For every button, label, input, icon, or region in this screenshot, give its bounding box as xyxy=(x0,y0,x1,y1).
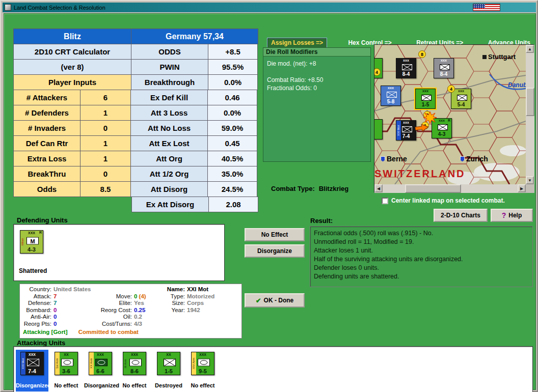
unit-strength: 7-4 xyxy=(21,368,43,374)
map-city: Stuttgart xyxy=(482,53,516,61)
unit-strength: 3-6 xyxy=(55,368,77,374)
scroll-left-icon[interactable]: ◀ xyxy=(374,184,383,192)
city-shield-icon xyxy=(460,156,465,162)
map-unit-counter[interactable]: XXI Mot XXX 7-4 xyxy=(396,120,416,141)
map-unit-counter[interactable]: XXX 5-4 xyxy=(451,89,471,109)
tab-assign-losses[interactable]: Assign Losses => xyxy=(267,38,327,48)
result-line: Unmodified roll = 11, Modified = 19. xyxy=(314,238,529,246)
crt-left-label: Def Can Rtr xyxy=(13,135,80,151)
crt-input-odds[interactable]: 8.5 xyxy=(80,181,131,197)
crt-left-label: # Defenders xyxy=(13,105,80,121)
crt-input-extra-loss[interactable]: 1 xyxy=(80,151,131,166)
explosion-icon xyxy=(423,111,437,124)
unit-side-status: Attacking [Gort] xyxy=(23,329,68,335)
center-map-checkbox[interactable] xyxy=(382,198,388,204)
main-content: Blitz Germany 57,34 2D10 CRT Calculator … xyxy=(4,13,536,390)
hex-badge: 8 xyxy=(418,50,426,58)
attacking-unit[interactable]: XXI Mot XXX 7-4 Disorganized xyxy=(16,350,48,391)
crt-left-label: (ver 8) xyxy=(13,59,131,75)
crt-right-value: 35.0% xyxy=(207,166,257,182)
crt-input-invaders[interactable]: 0 xyxy=(80,120,131,136)
scroll-up-icon[interactable]: ▲ xyxy=(526,45,534,53)
window-title: Land Combat Selection & Resolution xyxy=(14,5,105,11)
scrollbar-corner xyxy=(526,184,534,193)
horizontal-scroll-thumb[interactable] xyxy=(405,184,461,193)
disorganize-button[interactable]: Disorganize xyxy=(245,244,305,258)
scroll-right-icon[interactable]: ▶ xyxy=(518,184,526,192)
map-unit-counter[interactable]: XXX 1-5 xyxy=(415,89,436,109)
map-horizontal-scrollbar[interactable]: ◀ ▶ xyxy=(374,184,526,193)
die-roll-modifiers-title: Die Roll Modifiers xyxy=(263,48,370,57)
result-panel: Fractional odds (.500) roll was (.915) -… xyxy=(310,226,533,287)
crt-right-value: +8.5 xyxy=(208,44,258,60)
map-city: Zurich xyxy=(460,155,488,163)
unit-size: XX xyxy=(55,353,77,357)
crt-left-label: # Invaders xyxy=(13,120,80,136)
result-line: Attacker loses 1 unit. xyxy=(314,246,529,255)
ok-done-button[interactable]: ✔ OK - Done xyxy=(245,293,305,307)
unit-flag: R xyxy=(39,231,42,234)
defending-unit-status: Shattered xyxy=(19,267,47,274)
crt-left-label: Player Inputs xyxy=(13,74,131,90)
map-unit-counter[interactable]: XXX 8-4 xyxy=(396,58,416,78)
unit-status: No effect xyxy=(186,382,219,388)
armor-symbol-icon xyxy=(129,358,142,366)
no-effect-button[interactable]: No Effect xyxy=(245,228,305,241)
attacking-unit[interactable]: XIV Arm XXX 9-5 No effect xyxy=(186,350,219,391)
attacking-unit[interactable]: XX 1-5 Destroyed xyxy=(152,350,185,391)
crt-left-label: Extra Loss xyxy=(13,151,80,166)
charts-button[interactable]: 2-D-10 Charts xyxy=(434,209,488,222)
region-label: SWITZERLAND xyxy=(374,168,466,180)
title-bar[interactable]: Land Combat Selection & Resolution xyxy=(3,3,536,12)
vertical-scroll-thumb[interactable] xyxy=(526,88,534,116)
die-mod-line: Fractional Odds: 0 xyxy=(267,84,367,92)
unit-commit-status: Committed to combat xyxy=(78,329,139,335)
map-view[interactable]: Stuttgart Berne Zurich Danub SWITZERLAND… xyxy=(374,45,526,184)
crt-input-breakthru[interactable]: 0 xyxy=(80,166,131,182)
center-map-checkbox-label: Center linked map on selected combat. xyxy=(391,197,505,204)
year-value: 1942 xyxy=(187,307,238,314)
attacking-unit[interactable]: III Arm XXX 8-6 No effect xyxy=(118,350,151,391)
type-label: Type: xyxy=(165,293,187,300)
crt-left-label: 2D10 CRT Calculator xyxy=(13,44,131,60)
attacking-unit[interactable]: 1st Arm XX 3-6 No effect xyxy=(50,350,83,391)
crt-input-defenders[interactable]: 1 xyxy=(80,105,131,121)
size-value: Corps xyxy=(187,300,238,307)
result-title: Result: xyxy=(310,217,333,225)
attacking-unit[interactable]: XX Arm XXX 6-6 Disorganized xyxy=(84,350,117,391)
crt-right-label: PWIN xyxy=(131,59,208,75)
combat-type-value: Blitzkrieg xyxy=(319,185,349,192)
map-unit-counter[interactable]: XXX 5-8 xyxy=(381,86,401,106)
reorg-cost-label: Reorg Cost: xyxy=(100,307,134,314)
crt-left-label: Odds xyxy=(13,181,80,197)
armor-symbol-icon xyxy=(61,358,73,366)
infantry-symbol-icon xyxy=(164,358,176,366)
crt-input-def-can-rtr[interactable]: 1 xyxy=(80,135,131,151)
map-unit-counter[interactable]: 5 xyxy=(374,119,383,139)
armor-symbol-icon xyxy=(198,358,210,366)
help-button[interactable]: ? Help xyxy=(491,209,533,222)
crt-right-label: Att Disorg xyxy=(130,181,208,197)
crt-table: Blitz Germany 57,34 2D10 CRT Calculator … xyxy=(13,29,258,212)
oil-value: 0.2 xyxy=(134,314,165,321)
crt-right-label: ODDS xyxy=(131,44,208,60)
linked-map[interactable]: Stuttgart Berne Zurich Danub SWITZERLAND… xyxy=(374,44,534,192)
crt-left-label: BreakThru xyxy=(13,166,80,182)
crt-input-attackers[interactable]: 6 xyxy=(80,90,131,105)
unit-info-panel: Country: United States Name: XXI Mot Att… xyxy=(19,284,242,339)
window-icon[interactable] xyxy=(5,4,11,11)
year-label: Year: xyxy=(165,307,187,314)
scroll-down-icon[interactable]: ▼ xyxy=(526,176,534,184)
infantry-symbol-icon xyxy=(438,124,448,130)
name-label: Name: xyxy=(165,286,187,293)
bombard-label: Bombard: xyxy=(23,307,53,314)
infantry-symbol-icon xyxy=(421,95,432,101)
reorg-pts-label: Reorg Pts: xyxy=(23,321,53,328)
map-unit-counter[interactable]: XXX 8-4 xyxy=(434,58,454,78)
unit-strength: 6-6 xyxy=(89,368,112,374)
attacking-units-panel: XXI Mot XXX 7-4 Disorganized 1st Arm XX … xyxy=(13,346,533,392)
map-vertical-scrollbar[interactable]: ▲ ▼ xyxy=(526,45,534,184)
defending-unit-counter[interactable]: Milan XXX R M 4-3 xyxy=(20,230,43,254)
result-line: Fractional odds (.500) roll was (.915) -… xyxy=(314,229,529,238)
hex-badge: 4 xyxy=(447,85,455,93)
